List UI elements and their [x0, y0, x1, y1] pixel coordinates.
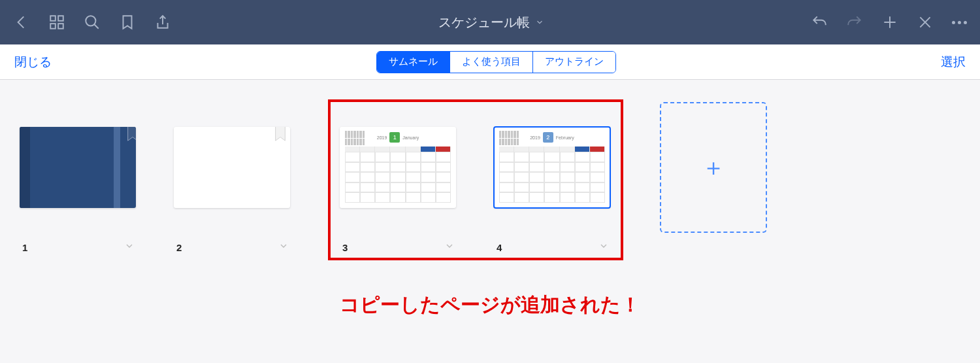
- chevron-down-icon[interactable]: [535, 18, 544, 27]
- calendar-month-label: January: [402, 135, 419, 140]
- close-button[interactable]: 閉じる: [14, 54, 52, 71]
- page-thumbnail-1[interactable]: 1: [20, 127, 137, 254]
- scissors-icon[interactable]: [917, 14, 934, 31]
- thumbnails-area: 1 2 2019 1 January: [0, 80, 980, 260]
- page-number: 3: [342, 242, 348, 253]
- page-thumbnail-2[interactable]: 2: [174, 127, 291, 254]
- tab-favorites[interactable]: よく使う項目: [450, 52, 533, 73]
- annotation-caption: コピーしたページが追加された！: [0, 292, 980, 319]
- calendar-month-label: February: [556, 135, 574, 140]
- search-icon[interactable]: [84, 14, 101, 31]
- back-icon[interactable]: [13, 14, 30, 31]
- page-menu-icon[interactable]: [278, 241, 289, 254]
- svg-line-5: [94, 24, 99, 29]
- add-page-tile[interactable]: ＋: [660, 99, 767, 233]
- plus-icon: ＋: [702, 152, 725, 184]
- page-menu-icon[interactable]: [444, 241, 455, 254]
- tab-thumbnails[interactable]: サムネール: [377, 52, 450, 73]
- page-number: 1: [22, 242, 27, 253]
- add-icon[interactable]: [881, 14, 898, 31]
- top-toolbar: スケジュール帳: [0, 0, 980, 44]
- bookmark-icon[interactable]: [119, 14, 136, 31]
- page-menu-icon[interactable]: [598, 241, 609, 254]
- svg-rect-0: [50, 16, 56, 21]
- svg-rect-1: [58, 16, 63, 21]
- undo-icon[interactable]: [811, 14, 828, 31]
- more-icon[interactable]: [952, 21, 967, 24]
- bookmark-ribbon-icon: [125, 127, 136, 147]
- document-title[interactable]: スケジュール帳: [438, 14, 530, 31]
- calendar-year: 2019: [530, 135, 540, 140]
- page-number: 2: [176, 242, 182, 253]
- svg-rect-3: [58, 24, 63, 29]
- share-icon[interactable]: [154, 14, 171, 31]
- calendar-year: 2019: [377, 135, 387, 140]
- sub-toolbar: 閉じる サムネール よく使う項目 アウトライン 選択: [0, 44, 980, 80]
- redo-icon[interactable]: [846, 14, 863, 31]
- svg-point-4: [86, 16, 95, 26]
- svg-rect-2: [50, 24, 56, 29]
- bookmark-outline-icon: [273, 127, 287, 147]
- page-thumbnail-4[interactable]: 2019 2 February 4: [494, 127, 612, 254]
- select-button[interactable]: 選択: [941, 54, 966, 71]
- calendar-month-badge: 1: [389, 132, 400, 143]
- page-number: 4: [497, 242, 502, 253]
- tab-outline[interactable]: アウトライン: [533, 52, 615, 73]
- page-menu-icon[interactable]: [124, 241, 135, 254]
- grid-icon[interactable]: [48, 14, 65, 31]
- view-segmented-control: サムネール よく使う項目 アウトライン: [376, 51, 616, 73]
- calendar-month-badge: 2: [543, 132, 553, 143]
- page-thumbnail-3[interactable]: 2019 1 January 3: [340, 127, 457, 254]
